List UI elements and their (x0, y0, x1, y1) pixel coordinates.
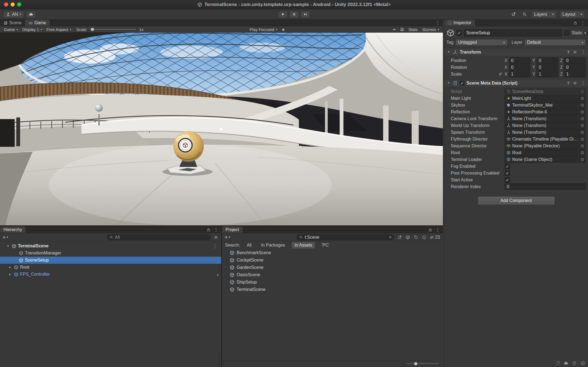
stats-button[interactable]: Stats (406, 26, 420, 32)
icon-size-slider[interactable] (406, 363, 439, 364)
active-checkbox[interactable] (456, 30, 462, 36)
foldout-closed-icon[interactable] (8, 273, 12, 276)
help-icon[interactable] (567, 81, 570, 85)
hierarchy-item-scene-root[interactable]: TerminalScene (0, 242, 221, 250)
game-viewport[interactable] (0, 33, 443, 225)
scene-options-icon[interactable] (212, 244, 221, 248)
scene-meta-data-header[interactable]: Scene Meta Data (Script) (444, 79, 588, 87)
zoom-window-button[interactable] (17, 2, 21, 7)
background-activity-icon[interactable] (555, 361, 560, 366)
world-up-transform-field[interactable]: None (Transform) (505, 122, 586, 129)
history-button[interactable] (510, 11, 517, 18)
open-prefab-arrow[interactable] (217, 272, 221, 277)
minimize-window-button[interactable] (11, 2, 15, 7)
tab-hierarchy[interactable]: Hierarchy (0, 226, 26, 233)
rotation-y-field[interactable]: 0 (537, 64, 558, 70)
project-add-button[interactable] (224, 234, 230, 240)
hierarchy-menu-icon[interactable] (214, 227, 218, 232)
tab-scene[interactable]: Scene (0, 20, 25, 26)
object-picker-icon[interactable] (581, 137, 584, 141)
foldout-open-icon[interactable] (447, 82, 451, 84)
presets-icon[interactable] (573, 50, 577, 54)
project-result-gardenscene[interactable]: GardenScene (222, 264, 443, 271)
open-in-search-window-button[interactable] (397, 235, 402, 240)
object-picker-icon[interactable] (581, 96, 584, 101)
help-icon[interactable] (567, 50, 570, 54)
position-x-field[interactable]: 0 (509, 57, 530, 64)
clear-search-icon[interactable] (389, 235, 392, 240)
lock-icon[interactable] (573, 21, 577, 25)
play-focus-dropdown[interactable]: Play Focused (248, 26, 279, 32)
search-help-button[interactable] (421, 235, 427, 240)
renderer-index-field[interactable]: 0 (505, 184, 586, 190)
close-window-button[interactable] (4, 2, 8, 7)
object-picker-icon[interactable] (581, 89, 584, 94)
pause-button[interactable] (289, 11, 299, 18)
account-dropdown[interactable]: AN (3, 11, 24, 18)
project-result-oasisscene[interactable]: OasisScene (222, 271, 443, 278)
fog-enabled-checkbox[interactable] (505, 164, 510, 169)
object-picker-icon[interactable] (581, 110, 584, 114)
layers-dropdown[interactable]: Layers (531, 11, 556, 18)
reflection-object-field[interactable]: ReflectionProbe-6 (505, 109, 586, 115)
foldout-closed-icon[interactable] (8, 266, 12, 269)
cloud-services-button[interactable] (26, 11, 36, 18)
object-picker-icon[interactable] (581, 157, 584, 162)
script-object-field[interactable]: SceneMetaData (505, 88, 586, 95)
aspect-ratio-dropdown[interactable]: Free Aspect (45, 26, 73, 32)
filter-in-assets[interactable]: In Assets (292, 242, 315, 248)
layer-dropdown[interactable]: Default (524, 39, 586, 46)
scale-x-field[interactable]: 1 (509, 71, 530, 77)
refresh-status-icon[interactable] (572, 361, 577, 366)
layout-dropdown[interactable]: Layout (560, 11, 585, 18)
presets-icon[interactable] (573, 81, 577, 85)
foldout-open-icon[interactable] (6, 245, 10, 247)
project-result-cockpitscene[interactable]: CockpitScene (222, 256, 443, 264)
add-component-button[interactable]: Add Component (478, 196, 555, 205)
gizmos-dropdown[interactable]: Gizmos (420, 26, 441, 32)
tab-game[interactable]: Game (25, 20, 50, 26)
object-picker-icon[interactable] (581, 117, 584, 121)
sequence-director-field[interactable]: None (Playable Director) (505, 143, 586, 149)
camera-lock-transform-field[interactable]: None (Transform) (505, 116, 586, 122)
filter-in-packages[interactable]: In Packages (258, 242, 288, 248)
main-light-object-field[interactable]: MainLight (505, 95, 586, 101)
tab-inspector[interactable]: Inspector (444, 20, 475, 26)
game-view-mode-dropdown[interactable]: Game (2, 26, 20, 32)
flythrough-director-field[interactable]: Cinematic Timeline (Playable Director) (505, 136, 586, 142)
post-processing-enabled-checkbox[interactable] (505, 170, 510, 176)
hierarchy-item-fps-controller[interactable]: FPS_Controller (0, 271, 221, 278)
filter-all[interactable]: All (244, 242, 254, 248)
lock-icon[interactable] (207, 228, 211, 232)
hierarchy-item-scenesetup-selected[interactable]: SceneSetup (0, 257, 221, 264)
ok-status-icon[interactable] (580, 361, 585, 366)
display-dropdown[interactable]: Display 1 (20, 26, 44, 32)
position-y-field[interactable]: 0 (537, 57, 558, 64)
skybox-object-field[interactable]: TerminalSkybox_Mat (505, 102, 586, 108)
root-object-field[interactable]: Root (505, 150, 586, 156)
hierarchy-item-transitionmanager[interactable]: TransitionManager (0, 250, 221, 257)
component-menu-icon[interactable] (581, 81, 586, 86)
hierarchy-filter-button[interactable] (213, 235, 219, 240)
project-result-shipsetup[interactable]: ShipSetup (222, 278, 443, 286)
scale-slider[interactable] (90, 29, 136, 30)
lock-icon[interactable] (428, 228, 432, 232)
project-search-input[interactable]: t:Scene (296, 234, 394, 240)
spawn-transform-field[interactable]: None (Transform) (505, 129, 586, 135)
foldout-open-icon[interactable] (447, 51, 451, 53)
filter-by-label-button[interactable] (413, 235, 419, 240)
cloud-status-icon[interactable] (564, 361, 568, 366)
filter-by-type-button[interactable] (405, 235, 411, 240)
object-picker-icon[interactable] (581, 130, 584, 135)
debug-button[interactable] (280, 26, 287, 32)
project-result-benchmarkscene[interactable]: BenchmarkScene (222, 249, 443, 256)
icon-size-knob[interactable] (414, 362, 417, 365)
scale-y-field[interactable]: 1 (537, 71, 558, 77)
terminal-loader-field[interactable]: None (Game Object) (505, 156, 586, 163)
object-picker-icon[interactable] (581, 144, 584, 148)
component-enabled-checkbox[interactable] (460, 81, 464, 85)
position-z-field[interactable]: 0 (564, 57, 586, 64)
object-picker-icon[interactable] (581, 103, 584, 107)
link-scale-icon[interactable] (498, 72, 502, 76)
hidden-items-count[interactable]: 23 (430, 235, 440, 240)
